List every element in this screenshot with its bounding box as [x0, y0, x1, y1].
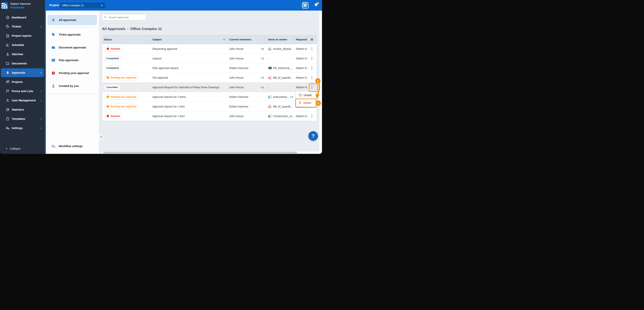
filter-label: Pending your approval: [59, 72, 89, 75]
sidebar-item-settings[interactable]: ⚙⚙ Settings: [0, 124, 45, 132]
sidebar-item-label: Forms and Lists: [12, 90, 33, 93]
gear-icon: [310, 38, 314, 41]
sidebar-item-user-management[interactable]: User Management: [0, 97, 45, 104]
svg-text:PDF: PDF: [268, 77, 270, 78]
horizontal-scrollbar-thumb[interactable]: [103, 152, 297, 153]
svg-text:X: X: [268, 116, 270, 117]
column-header-requester[interactable]: Requester: [294, 35, 307, 44]
context-menu-details[interactable]: Details: [296, 91, 316, 99]
table-row-selected[interactable]: Cancelled Approval Request for Submittal…: [102, 82, 316, 92]
search-box[interactable]: [102, 14, 146, 20]
items-to-review[interactable]: PDFBill_of_quantiti...: [266, 105, 294, 108]
folder-icon: [51, 45, 56, 50]
pie-chart-icon: [6, 108, 10, 111]
stamp-icon: [51, 18, 56, 22]
requester: Robert Ha: [294, 76, 307, 79]
column-header-reviewers[interactable]: Current reviewers: [227, 35, 266, 44]
table-row[interactable]: Pending your approval Approval request f…: [102, 102, 316, 111]
row-menu-kebab-icon[interactable]: ⋮: [309, 46, 315, 52]
extra-reviewers-count[interactable]: +1: [261, 57, 264, 60]
svg-text:PDF: PDF: [268, 106, 270, 107]
column-header-items[interactable]: Items to review: [266, 35, 294, 44]
row-menu-kebab-icon[interactable]: ⋮: [309, 65, 315, 71]
filter-pending-your-approval[interactable]: Pending your approval: [46, 69, 99, 77]
breadcrumb-parent[interactable]: All Approvals: [102, 27, 126, 31]
context-menu-delete[interactable]: Delete: [296, 99, 316, 106]
row-menu-kebab-icon[interactable]: ⋮: [309, 113, 315, 119]
sidebar-item-forms-and-lists[interactable]: Forms and Lists: [0, 87, 45, 95]
sidebar-item-templates[interactable]: Templates: [0, 115, 45, 123]
info-icon: [298, 93, 302, 97]
reviewers: John House+1: [227, 76, 266, 79]
items-to-review[interactable]: PDFBill_of_quantiti...: [266, 76, 294, 80]
project-label: Project: [49, 4, 59, 7]
status-badge: Completed: [104, 56, 121, 61]
topbar: Project Office Complex 11 ▼: [45, 0, 322, 11]
table-row[interactable]: Overdue Approval request for 1 item John…: [102, 111, 316, 121]
sidebar-item-project-reports[interactable]: Project reports: [0, 32, 45, 40]
sidebar-item-label: Statistics: [12, 108, 24, 111]
items-to-review[interactable]: EN_Electrical_...: [266, 66, 294, 70]
sidebar-item-label: Settings: [12, 126, 23, 130]
sidebar-item-statistics[interactable]: Statistics: [0, 106, 45, 113]
sidebar-item-documents[interactable]: Documents: [0, 60, 45, 67]
status-badge: Pending your approval: [104, 75, 139, 80]
chevron-down-icon: ▼: [100, 4, 103, 7]
workflow-gears-icon: ⚙⚙: [51, 144, 56, 148]
table-row[interactable]: Overdue Requesting approval John House+2…: [102, 44, 316, 54]
user-icon: [51, 84, 56, 88]
table-row[interactable]: Pending your approval File Approval John…: [102, 73, 316, 82]
panel-collapse-handle[interactable]: [99, 132, 104, 141]
search-input[interactable]: [108, 16, 144, 19]
extra-items-count[interactable]: +1: [290, 95, 293, 98]
items-to-review[interactable]: XConstruction_sc...: [266, 114, 294, 118]
filter-plan-approvals[interactable]: Plan approvals: [46, 56, 99, 64]
filter-created-by-you[interactable]: Created by you: [46, 82, 99, 90]
collapse-label: Collapse: [10, 147, 20, 150]
main-content: All Approvals › Office Complex 11 Status…: [99, 11, 322, 154]
subject: Approval request for 2 items: [150, 95, 227, 98]
sidebar-item-approvals[interactable]: Approvals: [0, 69, 45, 77]
column-settings-gear[interactable]: [307, 35, 316, 44]
filter-all-approvals[interactable]: All approvals: [46, 16, 99, 24]
status-badge: Pending your approval: [104, 94, 139, 100]
assistant-icon[interactable]: [302, 2, 308, 9]
table-row[interactable]: Completed Plan approval request Robert H…: [102, 63, 316, 73]
row-menu-kebab-icon[interactable]: ⋮: [309, 55, 315, 62]
status-badge: Cancelled: [104, 85, 120, 90]
sidebar-item-projects[interactable]: Projects: [0, 78, 45, 86]
sidebar-item-tickets[interactable]: Tickets: [0, 23, 45, 30]
column-header-subject[interactable]: Subject▼: [150, 35, 227, 44]
project-selector[interactable]: Office Complex 11 ▼: [60, 3, 105, 8]
sidebar-item-label: Documents: [12, 62, 27, 65]
row-menu-kebab-icon[interactable]: ⋮: [309, 74, 315, 81]
extra-reviewers-count[interactable]: +2: [261, 47, 264, 50]
sidebar-item-siteview[interactable]: SiteView: [0, 50, 45, 58]
help-button[interactable]: ?: [308, 131, 318, 141]
items-to-review[interactable]: PDFInvoice_drywal...: [266, 47, 294, 51]
gears-icon: ⚙⚙: [6, 126, 10, 130]
breadcrumb: All Approvals › Office Complex 11: [102, 27, 162, 31]
chevron-left-icon: [6, 147, 8, 150]
items-to-review[interactable]: WInstructiona...+1: [266, 95, 294, 99]
clock-icon: [51, 71, 56, 75]
status-badge: Pending your approval: [104, 104, 139, 109]
sidebar-item-dashboard[interactable]: Dashboard: [0, 14, 45, 21]
filter-ticket-approvals[interactable]: Ticket approvals: [46, 30, 99, 39]
extra-reviewers-count[interactable]: +1: [261, 76, 264, 79]
subject: Approval request for 1 item: [150, 105, 227, 108]
breadcrumb-current: Office Complex 11: [130, 27, 162, 31]
chevron-separator-icon: ›: [127, 26, 128, 31]
table-row[interactable]: Completed request John House+1 - Robert …: [102, 54, 316, 63]
collapse-button[interactable]: Collapse: [0, 146, 20, 151]
extra-reviewers-count[interactable]: +1: [261, 86, 264, 89]
brand-name[interactable]: PlanRadar: [10, 6, 31, 9]
filter-label: Ticket approvals: [59, 33, 81, 36]
horizontal-scrollbar[interactable]: [102, 151, 319, 154]
table-row[interactable]: Pending your approval Approval request f…: [102, 92, 316, 102]
column-header-status[interactable]: Status: [102, 35, 150, 44]
notifications-bell-icon[interactable]: [314, 3, 318, 8]
workflow-settings-button[interactable]: ⚙⚙ Workflow settings: [46, 142, 99, 150]
sidebar-item-schedule[interactable]: Schedule: [0, 41, 45, 49]
filter-document-approvals[interactable]: Document approvals: [46, 43, 99, 52]
